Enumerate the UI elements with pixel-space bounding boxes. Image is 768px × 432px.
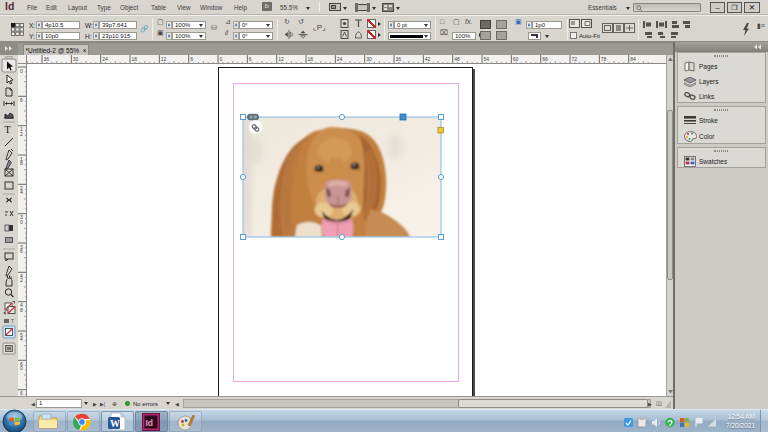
- svg-text:Id: Id: [146, 418, 154, 428]
- svg-text:36: 36: [396, 56, 402, 62]
- svg-text:42: 42: [425, 56, 431, 62]
- svg-text:48: 48: [454, 56, 460, 62]
- svg-text:6: 6: [249, 56, 252, 62]
- svg-text:4: 4: [20, 189, 23, 195]
- svg-text:0: 0: [220, 56, 223, 62]
- svg-text:72: 72: [572, 56, 578, 62]
- svg-text:T: T: [5, 124, 11, 135]
- svg-text:66: 66: [542, 56, 548, 62]
- svg-text:6: 6: [190, 56, 193, 62]
- svg-text:2: 2: [20, 131, 23, 137]
- svg-text:30: 30: [366, 56, 372, 62]
- svg-text:W: W: [110, 418, 120, 429]
- svg-text:78: 78: [601, 56, 607, 62]
- svg-text:0: 0: [20, 219, 23, 225]
- svg-text:6: 6: [20, 248, 23, 254]
- svg-text:0: 0: [20, 68, 23, 74]
- svg-text:24: 24: [337, 56, 343, 62]
- svg-text:18: 18: [308, 56, 314, 62]
- svg-text:8: 8: [20, 160, 23, 166]
- svg-text:18: 18: [132, 56, 138, 62]
- svg-text:8: 8: [20, 307, 23, 313]
- svg-text:4: 4: [20, 336, 23, 342]
- svg-text:30: 30: [73, 56, 79, 62]
- svg-text:84: 84: [630, 56, 636, 62]
- svg-text:24: 24: [102, 56, 108, 62]
- svg-text:12: 12: [161, 56, 167, 62]
- svg-text:54: 54: [484, 56, 490, 62]
- svg-text:0: 0: [20, 365, 23, 371]
- svg-text:6: 6: [20, 97, 23, 103]
- svg-text:60: 60: [513, 56, 519, 62]
- svg-text:36: 36: [44, 56, 50, 62]
- svg-text:T: T: [11, 318, 14, 324]
- svg-text:2: 2: [20, 277, 23, 283]
- svg-text:12: 12: [278, 56, 284, 62]
